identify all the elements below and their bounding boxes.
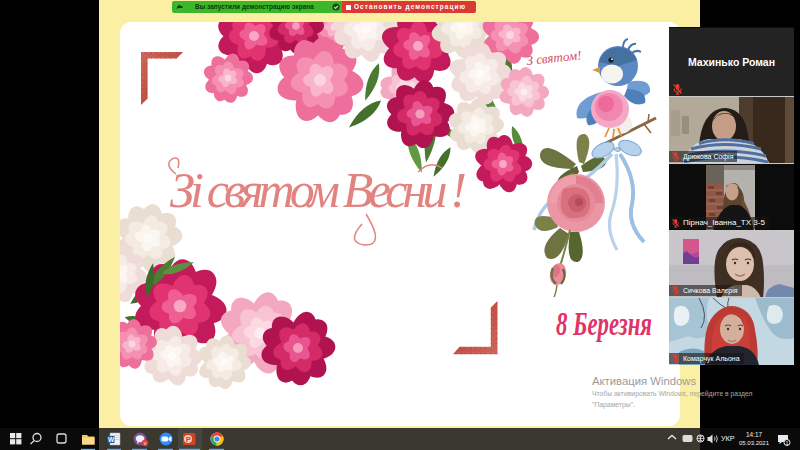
svg-text:УКР: УКР (721, 434, 735, 443)
svg-text:14:17: 14:17 (746, 431, 762, 438)
svg-text:З святом!: З святом! (526, 47, 582, 68)
svg-text:W: W (108, 436, 115, 443)
svg-text:8 Березня: 8 Березня (556, 305, 652, 342)
svg-text:V: V (144, 441, 147, 446)
svg-text:P: P (186, 435, 192, 444)
svg-text:05.03.2021: 05.03.2021 (739, 440, 770, 446)
svg-text:Зі святом Весни !: Зі святом Весни ! (170, 162, 467, 218)
svg-text:1: 1 (785, 440, 788, 446)
